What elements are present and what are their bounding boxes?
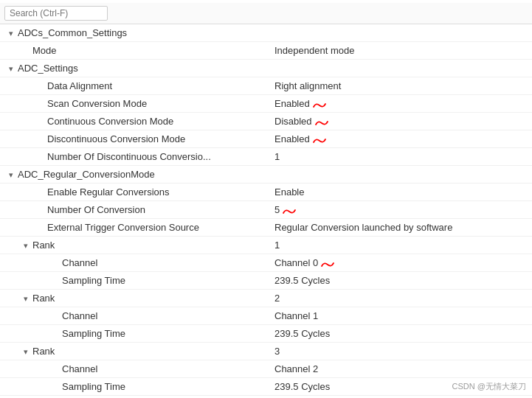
tree-container: ADCs_Common_SettingsModeIndependent mode… — [0, 0, 532, 398]
row-value-rank2: 2 — [269, 293, 529, 304]
row-label-text-data-alignment: Data Alignment — [47, 80, 112, 91]
row-label-text-ext-trigger: External Trigger Conversion Source — [47, 222, 199, 233]
tree-rows-container: ADCs_Common_SettingsModeIndependent mode… — [0, 24, 532, 396]
tree-row-rank1-channel: ChannelChannel 0 — [0, 254, 532, 272]
value-text-rank2-channel: Channel 1 — [274, 310, 318, 321]
value-text-rank3-sampling: 239.5 Cycles — [274, 381, 330, 392]
search-input[interactable] — [4, 6, 108, 21]
row-label-text-num-conversion: Number Of Conversion — [47, 204, 145, 215]
red-mark-continuous-conversion — [314, 117, 329, 125]
value-text-ext-trigger: Regular Conversion launched by software — [274, 222, 452, 233]
row-label-text-enable-regular: Enable Regular Conversions — [47, 186, 169, 198]
search-bar — [0, 3, 532, 24]
value-text-rank3: 3 — [274, 346, 280, 357]
tree-row-adc-regular[interactable]: ADC_Regular_ConversionMode — [0, 166, 532, 184]
tree-row-enable-regular: Enable Regular ConversionsEnable — [0, 184, 532, 201]
value-text-discontinuous-conversion: Enabled — [274, 133, 310, 144]
red-squiggle — [314, 119, 329, 126]
tree-row-num-conversion: Number Of Conversion5 — [0, 201, 532, 219]
value-text-enable-regular: Enable — [274, 186, 304, 198]
chevron-icon-adc-settings[interactable] — [6, 63, 16, 74]
value-text-data-alignment: Right alignment — [274, 80, 341, 91]
row-value-discontinuous-conversion: Enabled — [269, 133, 529, 144]
value-text-rank2-sampling: 239.5 Cycles — [274, 328, 330, 339]
tree-row-data-alignment: Data AlignmentRight alignment — [0, 77, 532, 95]
row-label-text-rank3-sampling: Sampling Time — [62, 381, 125, 392]
value-text-scan-conversion: Enabled — [274, 98, 310, 109]
tree-row-rank2-sampling: Sampling Time239.5 Cycles — [0, 325, 532, 343]
tree-row-scan-conversion: Scan Conversion ModeEnabled — [0, 95, 532, 113]
row-label-text-rank1: Rank — [32, 240, 55, 251]
tree-row-adcs-common[interactable]: ADCs_Common_Settings — [0, 24, 532, 42]
row-label-text-adcs-common: ADCs_Common_Settings — [18, 27, 127, 38]
value-text-continuous-conversion: Disabled — [274, 116, 312, 127]
tree-row-rank1[interactable]: Rank1 — [0, 237, 532, 254]
row-value-enable-regular: Enable — [269, 186, 529, 198]
value-text-rank1-sampling: 239.5 Cycles — [274, 275, 330, 286]
tree-row-rank3[interactable]: Rank3 — [0, 343, 532, 360]
chevron-icon-rank2[interactable] — [21, 293, 31, 304]
red-squiggle — [312, 101, 327, 108]
value-text-num-conversion: 5 — [274, 204, 280, 215]
value-text-num-discontinuous: 1 — [274, 151, 280, 162]
row-value-rank1-sampling: 239.5 Cycles — [269, 275, 529, 286]
value-text-rank2: 2 — [274, 293, 280, 304]
row-value-num-conversion: 5 — [269, 204, 529, 215]
chevron-icon-rank1[interactable] — [21, 240, 31, 251]
value-text-rank1-channel: Channel 0 — [274, 257, 318, 268]
red-mark-discontinuous-conversion — [312, 135, 327, 142]
red-squiggle — [320, 260, 335, 268]
chevron-icon-adcs-common[interactable] — [6, 28, 16, 38]
row-label-text-rank2-sampling: Sampling Time — [62, 328, 125, 339]
row-label-text-num-discontinuous: Number Of Discontinuous Conversio... — [47, 151, 211, 162]
tree-row-mode: ModeIndependent mode — [0, 42, 532, 60]
tree-row-rank3-sampling: Sampling Time239.5 Cycles — [0, 378, 532, 396]
tree-row-num-discontinuous: Number Of Discontinuous Conversio...1 — [0, 148, 532, 166]
row-value-rank1: 1 — [269, 240, 529, 251]
red-mark-scan-conversion — [312, 100, 327, 107]
row-label-text-adc-regular: ADC_Regular_ConversionMode — [18, 169, 155, 180]
tree-row-rank2[interactable]: Rank2 — [0, 290, 532, 307]
row-label-text-rank1-channel: Channel — [62, 257, 97, 268]
row-label-text-rank3-channel: Channel — [62, 363, 97, 374]
tree-row-rank3-channel: ChannelChannel 2 — [0, 360, 532, 378]
chevron-icon-adc-regular[interactable] — [6, 170, 16, 180]
tree-row-continuous-conversion: Continuous Conversion ModeDisabled — [0, 113, 532, 130]
row-label-text-adc-settings: ADC_Settings — [18, 63, 78, 74]
red-squiggle — [312, 136, 327, 144]
row-value-num-discontinuous: 1 — [269, 151, 529, 162]
row-label-text-scan-conversion: Scan Conversion Mode — [47, 98, 147, 109]
row-value-rank3-channel: Channel 2 — [269, 363, 529, 374]
row-value-scan-conversion: Enabled — [269, 98, 529, 109]
tree-row-rank1-sampling: Sampling Time239.5 Cycles — [0, 272, 532, 290]
tree-row-discontinuous-conversion: Discontinuous Conversion ModeEnabled — [0, 130, 532, 148]
row-label-text-rank2-channel: Channel — [62, 310, 97, 321]
row-label-text-rank3: Rank — [32, 346, 55, 357]
row-value-mode: Independent mode — [269, 45, 529, 56]
row-value-rank2-sampling: 239.5 Cycles — [269, 328, 529, 339]
row-label-text-rank1-sampling: Sampling Time — [62, 275, 125, 286]
value-text-mode: Independent mode — [274, 45, 354, 56]
tree-row-rank2-channel: ChannelChannel 1 — [0, 307, 532, 325]
value-text-rank1: 1 — [274, 240, 280, 251]
row-value-ext-trigger: Regular Conversion launched by software — [269, 222, 529, 233]
row-value-data-alignment: Right alignment — [269, 80, 529, 91]
row-label-text-rank2: Rank — [32, 293, 55, 304]
row-label-text-discontinuous-conversion: Discontinuous Conversion Mode — [47, 133, 185, 144]
tree-row-ext-trigger: External Trigger Conversion SourceRegula… — [0, 219, 532, 237]
row-value-rank1-channel: Channel 0 — [269, 257, 529, 268]
row-value-rank3: 3 — [269, 346, 529, 357]
value-text-rank3-channel: Channel 2 — [274, 363, 318, 374]
row-value-continuous-conversion: Disabled — [269, 116, 529, 127]
red-mark-num-conversion — [282, 206, 297, 213]
red-mark-rank1-channel — [320, 259, 335, 266]
row-label-text-continuous-conversion: Continuous Conversion Mode — [47, 116, 173, 127]
row-label-text-mode: Mode — [32, 45, 57, 56]
row-value-rank2-channel: Channel 1 — [269, 310, 529, 321]
chevron-icon-rank3[interactable] — [21, 346, 31, 357]
tree-row-adc-settings[interactable]: ADC_Settings — [0, 60, 532, 77]
row-value-rank3-sampling: 239.5 Cycles — [269, 381, 529, 392]
red-squiggle — [282, 207, 297, 214]
